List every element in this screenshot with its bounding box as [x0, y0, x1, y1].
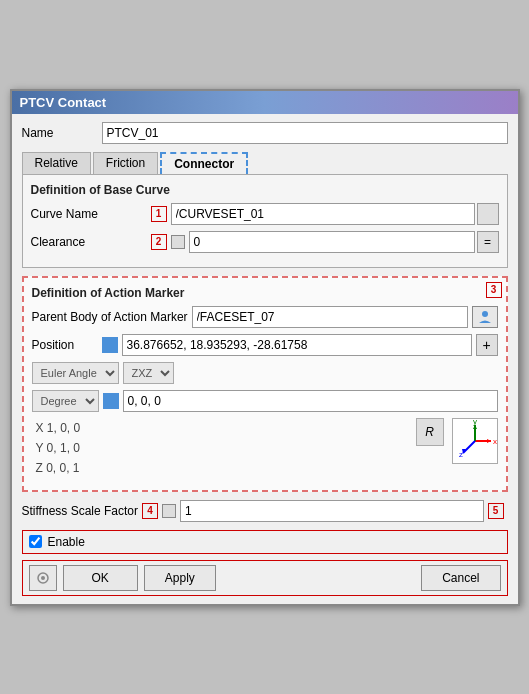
stiffness-badge: 4	[142, 503, 158, 519]
svg-marker-2	[487, 439, 491, 443]
enable-row: Enable	[22, 530, 508, 554]
clearance-equals-button[interactable]: =	[477, 231, 499, 253]
settings-icon	[34, 570, 52, 586]
r-button-area: R	[416, 418, 444, 478]
euler-zxz-dropdown[interactable]: ZXZ	[123, 362, 174, 384]
stiffness-badge5: 5	[488, 503, 504, 519]
r-button[interactable]: R	[416, 418, 444, 446]
matrix-x-row: X 1, 0, 0	[32, 418, 408, 438]
main-window: PTCV Contact Name Relative Friction Conn…	[10, 89, 520, 606]
svg-point-11	[41, 576, 45, 580]
position-input[interactable]	[122, 334, 472, 356]
window-title: PTCV Contact	[20, 95, 107, 110]
stiffness-label: Stiffness Scale Factor	[22, 504, 139, 518]
position-row: Position +	[32, 334, 498, 356]
matrix-section: X 1, 0, 0 Y 0, 1, 0 Z 0, 0, 1 R	[32, 418, 498, 478]
curve-name-label: Curve Name	[31, 207, 151, 221]
clearance-badge: 2	[151, 234, 167, 250]
euler-dropdown[interactable]: Euler Angle	[32, 362, 119, 384]
svg-text:x: x	[493, 437, 497, 446]
degree-row: Degree	[32, 390, 498, 412]
action-marker-title: Definition of Action Marker	[32, 286, 498, 300]
parent-body-input[interactable]	[192, 306, 468, 328]
enable-label: Enable	[48, 535, 85, 549]
stiffness-row: Stiffness Scale Factor 4 5	[22, 500, 508, 522]
base-curve-title: Definition of Base Curve	[31, 183, 499, 197]
clearance-label: Clearance	[31, 235, 151, 249]
degree-dropdown[interactable]: Degree	[32, 390, 99, 412]
parent-body-row: Parent Body of Action Marker	[32, 306, 498, 328]
curve-name-badge: 1	[151, 206, 167, 222]
action-marker-section: Definition of Action Marker 3 Parent Bod…	[22, 276, 508, 492]
base-curve-section: Definition of Base Curve Curve Name 1 Cl…	[22, 174, 508, 268]
matrix-z-row: Z 0, 0, 1	[32, 458, 408, 478]
axis-icon: x y z	[452, 418, 498, 464]
parent-body-browse-button[interactable]	[472, 306, 498, 328]
tool-icon-button[interactable]	[29, 565, 57, 591]
ok-button[interactable]: OK	[63, 565, 138, 591]
curve-name-browse-button[interactable]	[477, 203, 499, 225]
position-color-indicator	[102, 337, 118, 353]
name-label: Name	[22, 126, 102, 140]
titlebar: PTCV Contact	[12, 91, 518, 114]
person-icon	[476, 310, 494, 324]
clearance-row: Clearance 2 =	[31, 231, 499, 253]
name-row: Name	[22, 122, 508, 144]
svg-point-0	[482, 311, 488, 317]
curve-name-input[interactable]	[171, 203, 475, 225]
euler-row: Euler Angle ZXZ	[32, 362, 498, 384]
svg-text:y: y	[473, 419, 477, 426]
clearance-checkbox[interactable]	[171, 235, 185, 249]
curve-name-row: Curve Name 1	[31, 203, 499, 225]
svg-line-5	[463, 441, 475, 453]
tab-relative[interactable]: Relative	[22, 152, 91, 174]
tab-friction[interactable]: Friction	[93, 152, 158, 174]
tab-connector[interactable]: Connector	[160, 152, 248, 174]
degree-color-indicator	[103, 393, 119, 409]
clearance-input[interactable]	[189, 231, 475, 253]
svg-text:z: z	[459, 450, 463, 459]
matrix-y-row: Y 0, 1, 0	[32, 438, 408, 458]
stiffness-checkbox[interactable]	[162, 504, 176, 518]
position-add-button[interactable]: +	[476, 334, 498, 356]
action-marker-badge: 3	[486, 282, 502, 298]
matrix-values: X 1, 0, 0 Y 0, 1, 0 Z 0, 0, 1	[32, 418, 408, 478]
position-label: Position	[32, 338, 102, 352]
name-input[interactable]	[102, 122, 508, 144]
tabs-container: Relative Friction Connector	[22, 152, 508, 174]
axis-svg: x y z	[453, 419, 497, 463]
degree-input[interactable]	[123, 390, 498, 412]
apply-button[interactable]: Apply	[144, 565, 216, 591]
enable-checkbox[interactable]	[29, 535, 42, 548]
cancel-button[interactable]: Cancel	[421, 565, 500, 591]
parent-body-label: Parent Body of Action Marker	[32, 310, 192, 324]
bottom-buttons-row: OK Apply Cancel	[22, 560, 508, 596]
stiffness-input[interactable]	[180, 500, 484, 522]
